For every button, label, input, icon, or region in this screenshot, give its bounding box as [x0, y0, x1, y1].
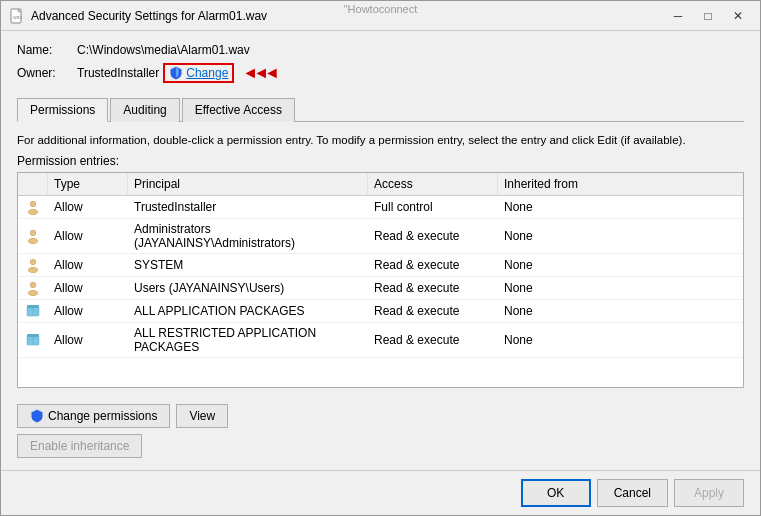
cell-inherited: None — [498, 197, 638, 217]
cell-principal: ALL APPLICATION PACKAGES — [128, 301, 368, 321]
cell-access: Read & execute — [368, 278, 498, 298]
enable-inheritance-button[interactable]: Enable inheritance — [17, 434, 142, 458]
cancel-button[interactable]: Cancel — [597, 479, 668, 507]
package-icon — [25, 303, 41, 319]
cell-type: Allow — [48, 197, 128, 217]
name-value: C:\Windows\media\Alarm01.wav — [77, 43, 250, 57]
svg-point-14 — [29, 268, 38, 273]
change-permissions-button[interactable]: Change permissions — [17, 404, 170, 428]
permissions-table: Type Principal Access Inherited from All… — [17, 172, 744, 388]
change-link-container: Change — [163, 63, 234, 83]
table-row[interactable]: AllowUsers (JAYANAINSY\Users)Read & exec… — [18, 277, 743, 300]
svg-point-5 — [31, 202, 36, 207]
svg-point-10 — [29, 239, 38, 244]
user-icon — [25, 199, 41, 215]
minimize-button[interactable]: ─ — [664, 6, 692, 26]
cell-principal: ALL RESTRICTED APPLICATION PACKAGES — [128, 323, 368, 357]
user-icon — [25, 257, 41, 273]
row-icon — [18, 329, 48, 351]
col-access: Access — [368, 173, 498, 195]
button-row1: Change permissions View — [17, 404, 744, 428]
watermark: "Howtoconnect — [344, 3, 418, 15]
titlebar-controls: ─ □ ✕ — [664, 6, 752, 26]
maximize-button[interactable]: □ — [694, 6, 722, 26]
svg-text:wav: wav — [13, 14, 22, 20]
close-button[interactable]: ✕ — [724, 6, 752, 26]
tab-auditing[interactable]: Auditing — [110, 98, 179, 122]
col-type: Type — [48, 173, 128, 195]
cell-inherited: None — [498, 330, 638, 350]
svg-point-6 — [29, 210, 38, 215]
cell-access: Read & execute — [368, 255, 498, 275]
main-window: wav Advanced Security Settings for Alarm… — [0, 0, 761, 516]
row-icon — [18, 254, 48, 276]
cell-inherited: None — [498, 226, 638, 246]
owner-label: Owner: — [17, 66, 77, 80]
table-row[interactable]: AllowALL RESTRICTED APPLICATION PACKAGES… — [18, 323, 743, 358]
name-label: Name: — [17, 43, 77, 57]
svg-point-9 — [31, 231, 36, 236]
entries-label: Permission entries: — [17, 154, 744, 168]
table-row[interactable]: AllowAdministrators (JAYANAINSY\Administ… — [18, 219, 743, 254]
table-header: Type Principal Access Inherited from — [18, 173, 743, 196]
owner-content: TrustedInstaller Change ◄◄◄ — [77, 63, 275, 83]
titlebar-left: wav Advanced Security Settings for Alarm… — [9, 8, 267, 24]
user-icon — [25, 280, 41, 296]
svg-point-18 — [29, 291, 38, 296]
cell-principal: Users (JAYANAINSY\Users) — [128, 278, 368, 298]
cell-type: Allow — [48, 330, 128, 350]
user-icon — [25, 228, 41, 244]
arrow-indicator: ◄◄◄ — [242, 65, 275, 81]
col-icon — [18, 173, 48, 195]
button-row2: Enable inheritance — [17, 434, 744, 458]
titlebar-title: Advanced Security Settings for Alarm01.w… — [31, 9, 267, 23]
cell-inherited: None — [498, 278, 638, 298]
table-row[interactable]: AllowSYSTEMRead & executeNone — [18, 254, 743, 277]
cell-access: Read & execute — [368, 301, 498, 321]
owner-row: Owner: TrustedInstaller Change ◄◄◄ — [17, 63, 744, 83]
ok-button[interactable]: OK — [521, 479, 591, 507]
col-inherited: Inherited from — [498, 173, 638, 195]
table-row[interactable]: AllowTrustedInstallerFull controlNone — [18, 196, 743, 219]
shield-icon — [169, 66, 183, 80]
cell-access: Full control — [368, 197, 498, 217]
cell-type: Allow — [48, 255, 128, 275]
cell-type: Allow — [48, 301, 128, 321]
cell-access: Read & execute — [368, 226, 498, 246]
package-icon — [25, 332, 41, 348]
name-row: Name: C:\Windows\media\Alarm01.wav — [17, 43, 744, 57]
file-audio-icon: wav — [9, 8, 25, 24]
cell-inherited: None — [498, 301, 638, 321]
owner-value: TrustedInstaller — [77, 66, 159, 80]
cell-principal: SYSTEM — [128, 255, 368, 275]
view-button[interactable]: View — [176, 404, 228, 428]
info-text: For additional information, double-click… — [17, 132, 744, 148]
dialog-content: Name: C:\Windows\media\Alarm01.wav Owner… — [1, 31, 760, 470]
cell-inherited: None — [498, 255, 638, 275]
svg-point-13 — [31, 260, 36, 265]
tab-effective-access[interactable]: Effective Access — [182, 98, 295, 122]
dialog-footer: OK Cancel Apply — [1, 470, 760, 515]
row-icon — [18, 277, 48, 299]
apply-button[interactable]: Apply — [674, 479, 744, 507]
table-row[interactable]: AllowALL APPLICATION PACKAGESRead & exec… — [18, 300, 743, 323]
titlebar: wav Advanced Security Settings for Alarm… — [1, 1, 760, 31]
cell-principal: Administrators (JAYANAINSY\Administrator… — [128, 219, 368, 253]
shield-btn-icon — [30, 409, 44, 423]
cell-type: Allow — [48, 278, 128, 298]
col-principal: Principal — [128, 173, 368, 195]
tabs-container: Permissions Auditing Effective Access — [17, 97, 744, 122]
row-icon — [18, 300, 48, 322]
row-icon — [18, 225, 48, 247]
svg-point-17 — [31, 283, 36, 288]
table-body: AllowTrustedInstallerFull controlNone Al… — [18, 196, 743, 358]
cell-principal: TrustedInstaller — [128, 197, 368, 217]
cell-access: Read & execute — [368, 330, 498, 350]
bottom-area: Change permissions View Enable inheritan… — [17, 396, 744, 458]
tab-permissions[interactable]: Permissions — [17, 98, 108, 122]
cell-type: Allow — [48, 226, 128, 246]
row-icon — [18, 196, 48, 218]
change-link[interactable]: Change — [186, 66, 228, 80]
